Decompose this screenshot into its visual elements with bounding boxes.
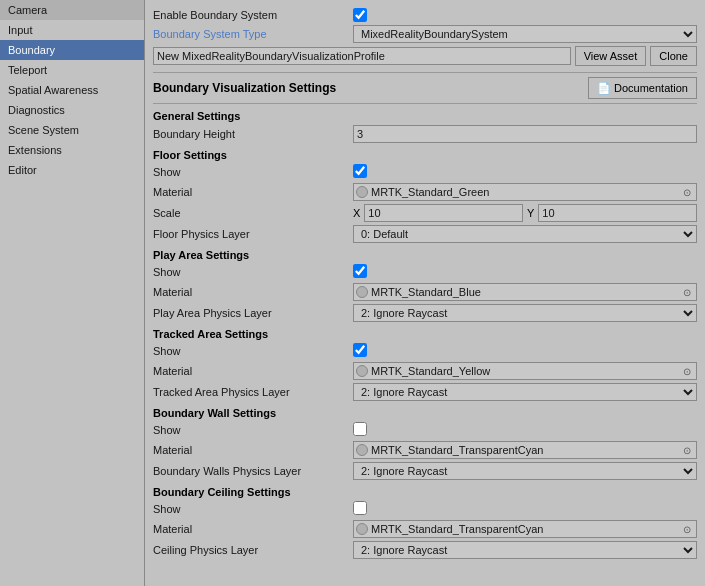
tracked-material-value: MRTK_Standard_Yellow ⊙ bbox=[353, 362, 697, 380]
floor-material-label: Material bbox=[153, 186, 353, 198]
play-material-row: Material MRTK_Standard_Blue ⊙ bbox=[153, 283, 697, 301]
boundary-height-value-container bbox=[353, 125, 697, 143]
sidebar-item-extensions[interactable]: Extensions bbox=[0, 140, 144, 160]
floor-header: Floor Settings bbox=[153, 149, 697, 161]
play-area-header: Play Area Settings bbox=[153, 249, 697, 261]
tracked-show-label: Show bbox=[153, 345, 353, 357]
tracked-material-row: Material MRTK_Standard_Yellow ⊙ bbox=[153, 362, 697, 380]
tracked-physics-row: Tracked Area Physics Layer 2: Ignore Ray… bbox=[153, 383, 697, 401]
asset-row: View Asset Clone bbox=[153, 46, 697, 66]
sidebar-item-boundary[interactable]: Boundary bbox=[0, 40, 144, 60]
wall-physics-row: Boundary Walls Physics Layer 2: Ignore R… bbox=[153, 462, 697, 480]
tracked-area-header: Tracked Area Settings bbox=[153, 328, 697, 340]
wall-physics-label: Boundary Walls Physics Layer bbox=[153, 465, 353, 477]
boundary-height-row: Boundary Height bbox=[153, 125, 697, 143]
tracked-material-text: MRTK_Standard_Yellow bbox=[371, 365, 678, 377]
enable-label: Enable Boundary System bbox=[153, 9, 353, 21]
play-material-icon bbox=[356, 286, 368, 298]
boundary-height-input[interactable] bbox=[353, 125, 697, 143]
floor-show-label: Show bbox=[153, 166, 353, 178]
play-material-text: MRTK_Standard_Blue bbox=[371, 286, 678, 298]
sidebar-item-diagnostics[interactable]: Diagnostics bbox=[0, 100, 144, 120]
visualization-title: Boundary Visualization Settings bbox=[153, 81, 336, 95]
boundary-height-label: Boundary Height bbox=[153, 128, 353, 140]
play-material-value: MRTK_Standard_Blue ⊙ bbox=[353, 283, 697, 301]
tracked-material-icon bbox=[356, 365, 368, 377]
wall-show-value bbox=[353, 422, 697, 438]
floor-scale-x-label: X bbox=[353, 207, 360, 219]
tracked-material-field[interactable]: MRTK_Standard_Yellow ⊙ bbox=[353, 362, 697, 380]
ceiling-material-text: MRTK_Standard_TransparentCyan bbox=[371, 523, 678, 535]
floor-material-settings-icon[interactable]: ⊙ bbox=[680, 185, 694, 199]
ceiling-show-row: Show bbox=[153, 501, 697, 517]
tracked-physics-label: Tracked Area Physics Layer bbox=[153, 386, 353, 398]
book-icon: 📄 bbox=[597, 82, 611, 95]
play-physics-row: Play Area Physics Layer 2: Ignore Raycas… bbox=[153, 304, 697, 322]
floor-material-field[interactable]: MRTK_Standard_Green ⊙ bbox=[353, 183, 697, 201]
play-physics-select[interactable]: 2: Ignore Raycast bbox=[353, 304, 697, 322]
tracked-show-row: Show bbox=[153, 343, 697, 359]
floor-scale-value: X Y bbox=[353, 204, 697, 222]
wall-material-label: Material bbox=[153, 444, 353, 456]
floor-show-checkbox[interactable] bbox=[353, 164, 367, 178]
type-row: Boundary System Type MixedRealityBoundar… bbox=[153, 25, 697, 43]
play-show-checkbox[interactable] bbox=[353, 264, 367, 278]
ceiling-show-label: Show bbox=[153, 503, 353, 515]
ceiling-material-value: MRTK_Standard_TransparentCyan ⊙ bbox=[353, 520, 697, 538]
enable-row: Enable Boundary System bbox=[153, 8, 697, 22]
ceiling-material-icon bbox=[356, 523, 368, 535]
ceiling-material-field[interactable]: MRTK_Standard_TransparentCyan ⊙ bbox=[353, 520, 697, 538]
type-dropdown-field: MixedRealityBoundarySystem bbox=[353, 25, 697, 43]
documentation-button[interactable]: 📄 Documentation bbox=[588, 77, 697, 99]
view-asset-button[interactable]: View Asset bbox=[575, 46, 647, 66]
wall-material-settings-icon[interactable]: ⊙ bbox=[680, 443, 694, 457]
floor-physics-label: Floor Physics Layer bbox=[153, 228, 353, 240]
asset-input[interactable] bbox=[153, 47, 571, 65]
floor-scale-row: Scale X Y bbox=[153, 204, 697, 222]
sidebar-item-editor[interactable]: Editor bbox=[0, 160, 144, 180]
ceiling-physics-select[interactable]: 2: Ignore Raycast bbox=[353, 541, 697, 559]
clone-button[interactable]: Clone bbox=[650, 46, 697, 66]
main-content: Enable Boundary System Boundary System T… bbox=[145, 0, 705, 586]
ceiling-physics-label: Ceiling Physics Layer bbox=[153, 544, 353, 556]
ceiling-show-value bbox=[353, 501, 697, 517]
tracked-show-checkbox[interactable] bbox=[353, 343, 367, 357]
sidebar-item-input[interactable]: Input bbox=[0, 20, 144, 40]
ceiling-material-row: Material MRTK_Standard_TransparentCyan ⊙ bbox=[153, 520, 697, 538]
play-show-value bbox=[353, 264, 697, 280]
sidebar-item-spatial-awareness[interactable]: Spatial Awareness bbox=[0, 80, 144, 100]
floor-scale-label: Scale bbox=[153, 207, 353, 219]
type-select[interactable]: MixedRealityBoundarySystem bbox=[353, 25, 697, 43]
floor-scale-x-input[interactable] bbox=[364, 204, 523, 222]
sidebar-item-scene-system[interactable]: Scene System bbox=[0, 120, 144, 140]
floor-physics-row: Floor Physics Layer 0: Default bbox=[153, 225, 697, 243]
doc-label: Documentation bbox=[614, 82, 688, 94]
sidebar-item-teleport[interactable]: Teleport bbox=[0, 60, 144, 80]
wall-material-value: MRTK_Standard_TransparentCyan ⊙ bbox=[353, 441, 697, 459]
ceiling-material-settings-icon[interactable]: ⊙ bbox=[680, 522, 694, 536]
enable-checkbox[interactable] bbox=[353, 8, 367, 22]
wall-show-checkbox[interactable] bbox=[353, 422, 367, 436]
floor-show-value bbox=[353, 164, 697, 180]
ceiling-material-label: Material bbox=[153, 523, 353, 535]
tracked-material-label: Material bbox=[153, 365, 353, 377]
tracked-material-settings-icon[interactable]: ⊙ bbox=[680, 364, 694, 378]
wall-material-field[interactable]: MRTK_Standard_TransparentCyan ⊙ bbox=[353, 441, 697, 459]
play-show-label: Show bbox=[153, 266, 353, 278]
wall-physics-select[interactable]: 2: Ignore Raycast bbox=[353, 462, 697, 480]
floor-physics-select[interactable]: 0: Default bbox=[353, 225, 697, 243]
ceiling-physics-value: 2: Ignore Raycast bbox=[353, 541, 697, 559]
play-material-label: Material bbox=[153, 286, 353, 298]
ceiling-show-checkbox[interactable] bbox=[353, 501, 367, 515]
sidebar: Camera Input Boundary Teleport Spatial A… bbox=[0, 0, 145, 586]
tracked-physics-select[interactable]: 2: Ignore Raycast bbox=[353, 383, 697, 401]
tracked-physics-value: 2: Ignore Raycast bbox=[353, 383, 697, 401]
visualization-header-row: Boundary Visualization Settings 📄 Docume… bbox=[153, 77, 697, 99]
floor-material-row: Material MRTK_Standard_Green ⊙ bbox=[153, 183, 697, 201]
floor-scale-y-input[interactable] bbox=[538, 204, 697, 222]
floor-material-value: MRTK_Standard_Green ⊙ bbox=[353, 183, 697, 201]
floor-scale-y-label: Y bbox=[527, 207, 534, 219]
play-material-settings-icon[interactable]: ⊙ bbox=[680, 285, 694, 299]
play-material-field[interactable]: MRTK_Standard_Blue ⊙ bbox=[353, 283, 697, 301]
sidebar-item-camera[interactable]: Camera bbox=[0, 0, 144, 20]
